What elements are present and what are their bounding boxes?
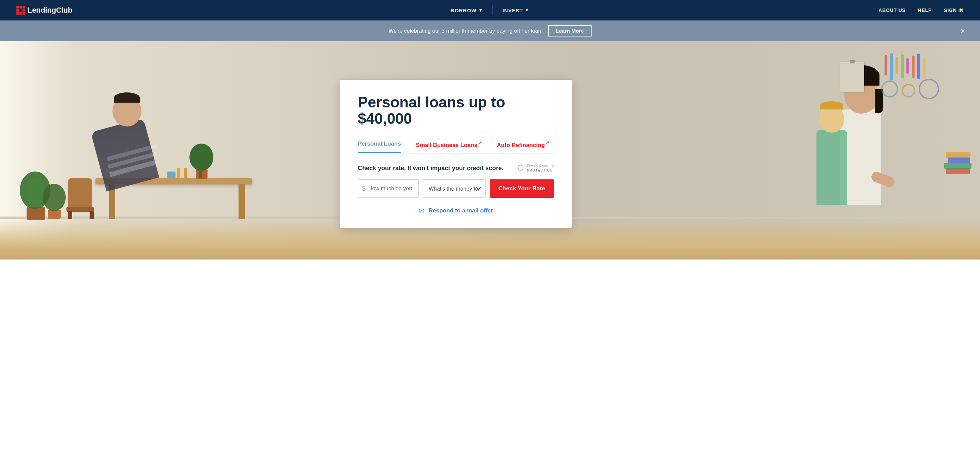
nav-about-label: ABOUT US [878, 8, 906, 13]
table-plant-stem [199, 168, 202, 178]
child-hair [820, 101, 843, 110]
shield-icon [517, 164, 524, 172]
nav-borrow[interactable]: BORROW ▼ [441, 0, 493, 21]
book-stack-1 [946, 168, 970, 174]
wall-deco-7 [917, 54, 920, 79]
table-item-2 [177, 168, 180, 178]
card-title: Personal loans up to $40,000 [358, 94, 554, 127]
privacy-line2: PROTECTION [527, 168, 553, 172]
table-plant-leaves [189, 143, 213, 171]
tab-small-business-label: Small Business Loans [416, 142, 477, 148]
nav-invest-label: INVEST [502, 8, 523, 13]
nav-borrow-label: BORROW [451, 8, 477, 13]
tab-personal-loans-label: Personal Loans [358, 140, 401, 147]
table-leg-right [239, 184, 245, 219]
table-plant-pot [196, 169, 207, 179]
wall-circle-1 [881, 80, 898, 97]
logo-grid [16, 6, 25, 15]
tab-auto-refinancing[interactable]: Auto Refinancing↗ [497, 137, 549, 153]
tab-auto-arrow-icon: ↗ [545, 140, 549, 146]
logo-dot-6 [22, 9, 25, 11]
purpose-select[interactable]: What's the money for? Debt consolidation… [423, 179, 485, 198]
person1-hair [114, 92, 140, 103]
left-plant2-leaves [43, 184, 66, 211]
nav-signin[interactable]: SIGN IN [944, 8, 964, 13]
wall-shelf-area [878, 51, 959, 113]
privacy-text: Privacy & security PROTECTION [527, 164, 554, 172]
nav-help[interactable]: HELP [918, 8, 932, 13]
child-torso [816, 130, 847, 205]
nav-borrow-arrow: ▼ [479, 8, 483, 13]
left-plant-pot [27, 207, 45, 220]
banner-message: We're celebrating our 3 millionth member… [388, 28, 542, 34]
wall-deco-2 [890, 53, 893, 80]
logo-dot-3 [22, 6, 25, 8]
privacy-line1: Privacy & security [527, 164, 554, 168]
wall-deco-3 [896, 57, 898, 74]
hero-card: Personal loans up to $40,000 Personal Lo… [340, 80, 572, 228]
card-tabs: Personal Loans Small Business Loans↗ Aut… [358, 137, 554, 154]
nav-invest[interactable]: INVEST ▼ [493, 0, 539, 21]
logo-dot-9 [22, 12, 25, 15]
logo-text: LendingClub [28, 6, 72, 15]
hero-section: Personal loans up to $40,000 Personal Lo… [0, 41, 980, 260]
book-stack-4 [946, 152, 970, 158]
logo-dot-7 [16, 12, 19, 15]
amount-input[interactable] [368, 180, 414, 198]
card-subtitle-row: Check your rate. It won't impact your cr… [358, 164, 554, 172]
wall-deco-6 [912, 56, 915, 78]
wall-deco-5 [907, 58, 909, 74]
navbar: LendingClub BORROW ▼ INVEST ▼ ABOUT US H… [0, 0, 980, 21]
banner-learn-more-button[interactable]: Learn More [548, 25, 592, 37]
banner-close-button[interactable]: × [960, 27, 965, 35]
wall-circle-2 [902, 84, 915, 97]
logo-dot-2 [19, 6, 22, 8]
nav-right: ABOUT US HELP SIGN IN [878, 8, 964, 13]
mail-offer-link[interactable]: ✉ Respond to a mail offer [358, 207, 554, 215]
dollar-sign-icon: $ [362, 185, 366, 192]
chair-leg-right [90, 211, 94, 219]
chair-leg-left [68, 211, 72, 219]
logo-dot-4 [16, 9, 19, 11]
logo-dot-5 [19, 9, 22, 11]
clipboard [840, 62, 864, 92]
chair-back [68, 178, 92, 209]
left-plant2-pot [48, 210, 60, 219]
privacy-badge: Privacy & security PROTECTION [517, 164, 554, 172]
child-head [819, 105, 845, 133]
card-subtitle-text: Check your rate. It won't impact your cr… [358, 165, 503, 172]
mail-offer-text: Respond to a mail offer [429, 207, 493, 214]
nav-invest-arrow: ▼ [525, 8, 530, 13]
logo-dot-1 [16, 6, 19, 8]
wall-deco-8 [923, 57, 926, 76]
wall-deco-1 [885, 55, 887, 75]
tab-auto-label: Auto Refinancing [497, 142, 545, 148]
wall-deco-4 [901, 54, 904, 78]
nav-about[interactable]: ABOUT US [878, 8, 906, 13]
left-plant-leaves2 [24, 178, 45, 205]
tab-small-business[interactable]: Small Business Loans↗ [416, 137, 482, 153]
nav-center: BORROW ▼ INVEST ▼ [441, 0, 539, 21]
clipboard-clip [850, 60, 854, 64]
purpose-select-wrapper: What's the money for? Debt consolidation… [423, 179, 485, 198]
loan-form-row: $ What's the money for? Debt consolidati… [358, 179, 554, 198]
nav-signin-label: SIGN IN [944, 8, 964, 13]
book-stack-2 [944, 163, 972, 169]
tab-business-arrow-icon: ↗ [478, 140, 482, 146]
book-stack-3 [948, 157, 970, 163]
table-item-3 [184, 168, 187, 178]
check-rate-button[interactable]: Check Your Rate [490, 179, 554, 198]
logo-dot-8 [19, 12, 22, 15]
amount-input-wrapper: $ [358, 179, 419, 198]
tab-personal-loans[interactable]: Personal Loans [358, 138, 401, 153]
mail-icon: ✉ [419, 207, 425, 215]
table-item-1 [167, 172, 175, 178]
nav-help-label: HELP [918, 8, 932, 13]
logo-link[interactable]: LendingClub [16, 6, 72, 15]
announcement-banner: We're celebrating our 3 millionth member… [0, 21, 980, 41]
wall-circle-3 [919, 79, 939, 99]
